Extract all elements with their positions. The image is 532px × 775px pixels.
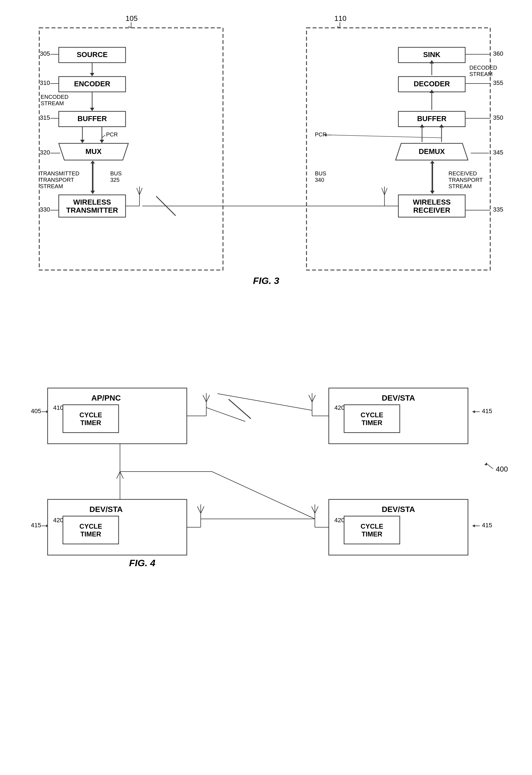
svg-marker-108 [484, 463, 487, 466]
svg-line-125 [117, 472, 120, 479]
svg-text:TIMER: TIMER [80, 530, 101, 538]
svg-text:410: 410 [53, 404, 63, 411]
svg-text:335: 335 [493, 206, 503, 213]
svg-text:ENCODER: ENCODER [74, 80, 110, 88]
svg-text:BUFFER: BUFFER [77, 114, 107, 123]
svg-text:STREAM: STREAM [449, 183, 472, 189]
svg-text:360: 360 [493, 50, 503, 57]
svg-text:TIMER: TIMER [361, 530, 382, 538]
svg-line-52 [139, 188, 142, 195]
svg-text:350: 350 [493, 114, 503, 121]
svg-text:340: 340 [315, 177, 324, 183]
svg-line-172 [315, 506, 318, 513]
svg-text:STREAM: STREAM [469, 71, 492, 77]
svg-text:PCR: PCR [315, 131, 327, 137]
svg-marker-130 [472, 410, 475, 413]
svg-text:DEMUX: DEMUX [419, 147, 445, 156]
fig4-diagram: 400 405 AP/PNC 410 CYCLE TIMER [23, 338, 510, 575]
svg-text:SINK: SINK [423, 50, 440, 59]
svg-text:CYCLE: CYCLE [361, 523, 383, 530]
svg-line-157 [201, 506, 204, 513]
svg-text:415: 415 [31, 522, 41, 529]
fig3-section: 105 110 305 SOURCE 310 ENCODER [23, 11, 510, 304]
svg-line-171 [312, 506, 315, 513]
svg-text:STREAM: STREAM [40, 183, 63, 189]
svg-marker-91 [430, 161, 435, 163]
svg-text:DECODER: DECODER [413, 80, 450, 88]
svg-line-144 [228, 399, 251, 419]
svg-line-126 [120, 472, 123, 479]
fig4-section: 400 405 AP/PNC 410 CYCLE TIMER [23, 338, 510, 576]
svg-line-142 [206, 408, 245, 422]
svg-text:RECEIVED: RECEIVED [449, 170, 477, 176]
svg-line-31 [102, 135, 105, 138]
svg-text:SOURCE: SOURCE [77, 50, 107, 59]
svg-text:420: 420 [334, 517, 345, 524]
svg-text:ENCODED: ENCODED [41, 94, 68, 100]
svg-line-107 [486, 463, 493, 469]
svg-text:TIMER: TIMER [361, 419, 382, 427]
svg-line-81 [332, 135, 442, 138]
svg-text:TRANSMITTER: TRANSMITTER [66, 206, 118, 214]
svg-text:415: 415 [482, 408, 492, 415]
page-container: 105 110 305 SOURCE 310 ENCODER [22, 11, 510, 576]
svg-text:WIRELESS: WIRELESS [73, 198, 111, 206]
svg-rect-166 [344, 516, 400, 544]
svg-text:STREAM: STREAM [41, 100, 64, 106]
svg-marker-21 [90, 108, 94, 111]
svg-rect-134 [344, 405, 400, 433]
svg-text:330: 330 [40, 206, 50, 213]
svg-text:TRANSMITTED: TRANSMITTED [40, 170, 79, 176]
svg-text:WIRELESS: WIRELESS [413, 198, 451, 206]
svg-marker-13 [90, 73, 94, 76]
svg-marker-27 [80, 140, 85, 143]
svg-text:310: 310 [40, 79, 50, 86]
svg-line-120 [203, 395, 206, 402]
svg-marker-43 [90, 191, 95, 194]
svg-text:325: 325 [110, 177, 119, 183]
svg-text:FIG. 4: FIG. 4 [129, 558, 155, 568]
svg-line-102 [385, 188, 387, 195]
svg-text:320: 320 [40, 149, 50, 156]
svg-text:PCR: PCR [106, 131, 118, 137]
svg-text:MUX: MUX [85, 147, 102, 156]
svg-text:105: 105 [125, 14, 137, 23]
svg-line-139 [309, 395, 312, 402]
svg-line-121 [206, 395, 209, 402]
svg-text:355: 355 [493, 79, 503, 86]
svg-text:CYCLE: CYCLE [79, 411, 102, 419]
svg-rect-151 [63, 516, 119, 544]
svg-marker-162 [472, 525, 475, 527]
svg-text:400: 400 [496, 465, 508, 473]
svg-rect-115 [63, 405, 119, 433]
svg-text:CYCLE: CYCLE [361, 411, 383, 419]
svg-text:DEV/STA: DEV/STA [89, 505, 122, 514]
svg-text:BUS: BUS [110, 170, 122, 176]
svg-text:110: 110 [334, 14, 346, 23]
svg-text:AP/PNC: AP/PNC [91, 394, 121, 402]
svg-text:420: 420 [53, 517, 63, 524]
svg-marker-93 [430, 191, 435, 194]
svg-text:315: 315 [40, 114, 50, 121]
svg-text:TRANSPORT: TRANSPORT [40, 177, 74, 183]
svg-line-140 [312, 395, 316, 402]
svg-text:FIG. 3: FIG. 3 [253, 275, 279, 286]
svg-line-51 [137, 188, 139, 195]
svg-text:DEV/STA: DEV/STA [382, 505, 415, 514]
svg-text:345: 345 [493, 149, 503, 156]
svg-marker-41 [90, 161, 95, 163]
svg-line-156 [197, 506, 201, 513]
svg-text:420: 420 [334, 404, 345, 411]
svg-line-101 [382, 188, 385, 195]
svg-text:305: 305 [40, 50, 50, 57]
svg-text:BUS: BUS [315, 170, 326, 176]
svg-text:TIMER: TIMER [80, 419, 101, 427]
svg-text:RECEIVER: RECEIVER [413, 206, 450, 214]
svg-text:DECODED: DECODED [469, 65, 497, 71]
svg-text:TRANSPORT: TRANSPORT [449, 177, 483, 183]
fig3-diagram: 105 110 305 SOURCE 310 ENCODER [23, 11, 510, 303]
svg-text:415: 415 [482, 522, 492, 529]
svg-text:BUFFER: BUFFER [417, 114, 447, 123]
svg-text:405: 405 [31, 408, 41, 415]
svg-text:CYCLE: CYCLE [79, 523, 102, 530]
